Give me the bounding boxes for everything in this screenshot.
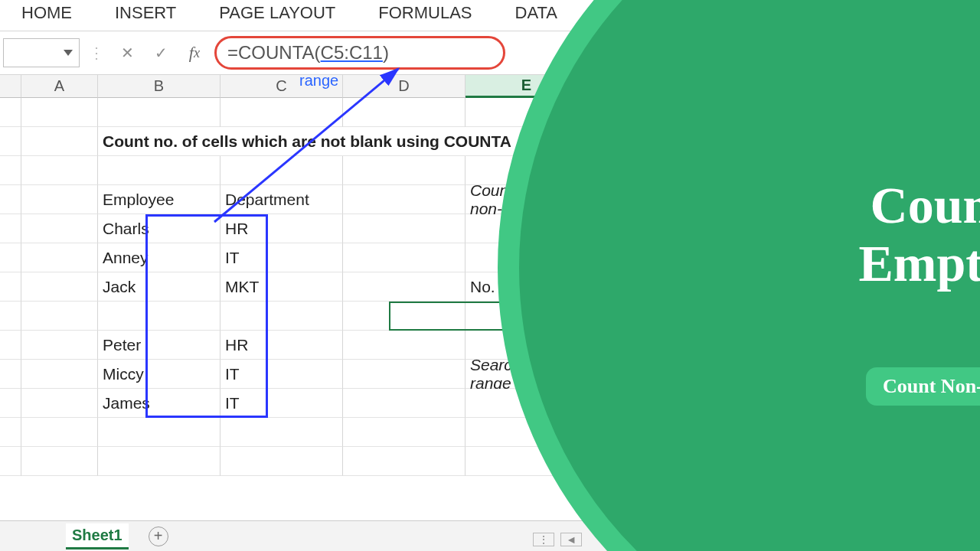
- ribbon-tab-formulas[interactable]: FORMULAS: [378, 3, 472, 23]
- ribbon-tab-data[interactable]: DATA: [515, 3, 557, 23]
- overlay-title: Count Non- Empty Cells Excel: [859, 176, 981, 350]
- cancel-formula-icon[interactable]: ✕: [113, 39, 141, 67]
- selectall-corner[interactable]: [0, 75, 21, 98]
- cell-B6[interactable]: Anney: [98, 243, 220, 272]
- scroll-sep-icon: ⋮: [533, 533, 554, 546]
- scroll-left-icon[interactable]: ◄: [560, 533, 582, 546]
- cell-C6[interactable]: IT: [220, 243, 343, 272]
- cell-B7[interactable]: Jack: [98, 272, 220, 302]
- name-box[interactable]: [3, 38, 80, 67]
- formula-text-prefix: =COUNTA(: [227, 42, 321, 64]
- cell-B8[interactable]: [98, 302, 220, 331]
- formula-input[interactable]: =COUNTA(C5:C11) range: [214, 36, 505, 70]
- formula-range-argument: C5:C11: [321, 42, 383, 64]
- table-header-employee: Employee: [98, 185, 220, 214]
- table-header-department: Department: [220, 185, 343, 214]
- col-B[interactable]: B: [98, 75, 220, 98]
- separator-dots: ⋮: [89, 44, 104, 62]
- chevron-down-icon[interactable]: [64, 50, 73, 56]
- confirm-formula-icon[interactable]: ✓: [147, 39, 175, 67]
- ribbon-tab-insert[interactable]: INSERT: [115, 3, 176, 23]
- cell-C5[interactable]: HR: [220, 214, 343, 243]
- add-sheet-button[interactable]: +: [149, 527, 168, 546]
- row-header[interactable]: [0, 98, 21, 127]
- formula-text-suffix: ): [383, 42, 389, 64]
- cell-C7[interactable]: MKT: [220, 272, 343, 302]
- cell-B11[interactable]: James: [98, 389, 220, 418]
- cell-C8[interactable]: [220, 302, 343, 331]
- horizontal-scroll-controls[interactable]: ⋮ ◄: [533, 533, 582, 546]
- cell-B5[interactable]: Charls: [98, 214, 220, 243]
- col-A[interactable]: A: [21, 75, 98, 98]
- ribbon-tab-home[interactable]: HOME: [21, 3, 72, 23]
- cell-C11[interactable]: IT: [220, 389, 343, 418]
- promo-overlay: Count Non- Empty Cells Excel Count Non-B…: [498, 0, 980, 551]
- sheet-tab-active[interactable]: Sheet1: [66, 523, 129, 549]
- cell-C10[interactable]: IT: [220, 360, 343, 389]
- cell-C9[interactable]: HR: [220, 331, 343, 360]
- cell-B9[interactable]: Peter: [98, 331, 220, 360]
- cell-B10[interactable]: Miccy: [98, 360, 220, 389]
- overlay-subtitle: Count Non-Blank Cells in Excel: [866, 367, 980, 406]
- ribbon-tab-pagelayout[interactable]: PAGE LAYOUT: [219, 3, 335, 23]
- fx-icon[interactable]: fx: [181, 39, 208, 67]
- col-D[interactable]: D: [343, 75, 466, 98]
- range-hint-label: range: [299, 72, 338, 90]
